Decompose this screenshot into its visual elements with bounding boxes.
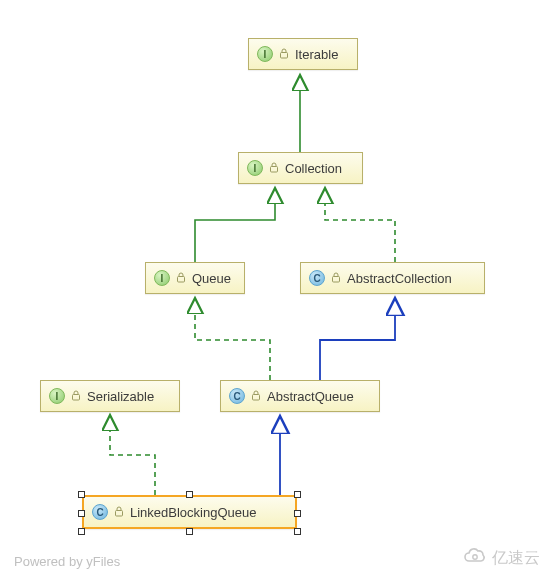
- lock-icon: [71, 389, 81, 404]
- lock-icon: [114, 505, 124, 520]
- svg-rect-1: [271, 166, 278, 172]
- selection-handle[interactable]: [294, 528, 301, 535]
- svg-rect-5: [253, 394, 260, 400]
- svg-rect-6: [116, 510, 123, 516]
- cloud-icon: [462, 547, 488, 569]
- node-label: Iterable: [295, 47, 338, 62]
- selection-handle[interactable]: [294, 510, 301, 517]
- class-icon: C: [309, 270, 325, 286]
- lock-icon: [331, 271, 341, 286]
- selection-handle[interactable]: [78, 491, 85, 498]
- svg-rect-2: [178, 276, 185, 282]
- interface-icon: I: [257, 46, 273, 62]
- interface-icon: I: [154, 270, 170, 286]
- interface-icon: I: [49, 388, 65, 404]
- interface-icon: I: [247, 160, 263, 176]
- node-label: AbstractQueue: [267, 389, 354, 404]
- selection-handle[interactable]: [78, 510, 85, 517]
- lock-icon: [269, 161, 279, 176]
- node-iterable[interactable]: I Iterable: [248, 38, 358, 70]
- brand-watermark: 亿速云: [462, 547, 540, 569]
- node-label: Serializable: [87, 389, 154, 404]
- node-linked-blocking-queue[interactable]: C LinkedBlockingQueue: [82, 495, 297, 529]
- node-label: Collection: [285, 161, 342, 176]
- svg-rect-0: [281, 52, 288, 58]
- selection-handle[interactable]: [186, 491, 193, 498]
- lock-icon: [279, 47, 289, 62]
- diagram-canvas: I Iterable I Collection I Queue C Abstra…: [0, 0, 552, 585]
- class-icon: C: [229, 388, 245, 404]
- svg-point-7: [473, 555, 477, 559]
- svg-rect-4: [73, 394, 80, 400]
- node-label: AbstractCollection: [347, 271, 452, 286]
- node-label: LinkedBlockingQueue: [130, 505, 256, 520]
- node-serializable[interactable]: I Serializable: [40, 380, 180, 412]
- lock-icon: [176, 271, 186, 286]
- node-collection[interactable]: I Collection: [238, 152, 363, 184]
- selection-handle[interactable]: [294, 491, 301, 498]
- node-queue[interactable]: I Queue: [145, 262, 245, 294]
- powered-by-text: Powered by yFiles: [14, 554, 120, 569]
- svg-rect-3: [333, 276, 340, 282]
- class-icon: C: [92, 504, 108, 520]
- node-abstract-collection[interactable]: C AbstractCollection: [300, 262, 485, 294]
- selection-handle[interactable]: [78, 528, 85, 535]
- lock-icon: [251, 389, 261, 404]
- brand-text: 亿速云: [492, 548, 540, 569]
- selection-handle[interactable]: [186, 528, 193, 535]
- node-label: Queue: [192, 271, 231, 286]
- node-abstract-queue[interactable]: C AbstractQueue: [220, 380, 380, 412]
